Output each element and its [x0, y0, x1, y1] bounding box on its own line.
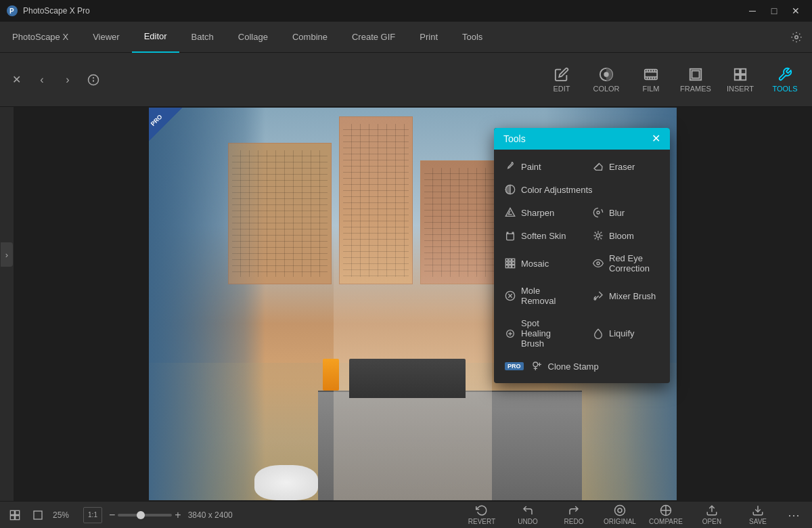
compare-button[interactable]: COMPARE	[644, 503, 687, 527]
frames-label: FRAMES	[680, 85, 711, 93]
undo-button[interactable]: UNDO	[506, 503, 549, 527]
tool-edit-button[interactable]: EDIT	[541, 57, 582, 103]
tool-mole-removal[interactable]: Mole Removal	[494, 280, 582, 312]
left-curtain	[149, 108, 265, 500]
menu-item-tools[interactable]: Tools	[450, 22, 495, 53]
tool-soften-skin[interactable]: Soften Skin	[494, 224, 582, 247]
canvas-area[interactable]: PRO Tools ✕ Paint	[14, 107, 812, 501]
mixer-brush-icon	[593, 290, 604, 301]
zoom-plus-button[interactable]: +	[175, 509, 181, 521]
tool-liquify[interactable]: Liquify	[582, 312, 670, 355]
menu-item-combine[interactable]: Combine	[280, 22, 340, 53]
edit-icon	[554, 67, 569, 82]
info-button[interactable]	[84, 70, 103, 89]
close-button[interactable]: ✕	[786, 4, 805, 18]
app-title: PhotoScape X Pro	[23, 6, 90, 16]
menu-item-create-gif[interactable]: Create GIF	[340, 22, 407, 53]
svg-point-59	[615, 506, 625, 516]
redo-button[interactable]: REDO	[552, 503, 595, 527]
main-area: ›	[0, 107, 812, 501]
tools-popup-close-button[interactable]: ✕	[652, 133, 660, 144]
frames-icon	[688, 67, 703, 82]
original-icon	[614, 504, 626, 516]
tool-mixer-brush[interactable]: Mixer Brush	[582, 280, 670, 312]
svg-rect-41	[505, 262, 508, 264]
color-label: COLOR	[593, 85, 619, 93]
save-icon	[752, 504, 764, 516]
svg-rect-57	[16, 515, 20, 519]
mosaic-label: Mosaic	[521, 259, 549, 269]
mixer-brush-label: Mixer Brush	[609, 291, 656, 301]
next-photo-button[interactable]: ›	[58, 70, 77, 89]
tool-spot-healing-brush[interactable]: Spot Healing Brush	[494, 312, 582, 355]
svg-rect-42	[509, 262, 511, 264]
more-options-button[interactable]: ⋯	[782, 508, 805, 523]
settings-button[interactable]	[781, 22, 812, 53]
expand-panel-button[interactable]: ›	[1, 242, 13, 267]
menu-item-photoscape-x[interactable]: PhotoScape X	[0, 22, 81, 53]
redo-icon	[568, 504, 580, 516]
svg-line-32	[595, 232, 596, 234]
minimize-button[interactable]: ─	[743, 4, 762, 18]
tool-clone-stamp[interactable]: PRO Clone Stamp	[494, 355, 670, 378]
tool-sharpen[interactable]: Sharpen	[494, 201, 582, 224]
redo-label: REDO	[564, 518, 584, 525]
grid-view-button[interactable]	[7, 507, 23, 523]
bloom-icon	[593, 230, 604, 241]
revert-button[interactable]: REVERT	[460, 503, 503, 527]
close-photo-button[interactable]: ✕	[7, 70, 26, 89]
revert-label: REVERT	[468, 518, 495, 525]
tool-eraser[interactable]: Eraser	[582, 155, 670, 178]
menu-item-print[interactable]: Print	[407, 22, 450, 53]
previous-photo-button[interactable]: ‹	[32, 70, 51, 89]
svg-rect-39	[509, 259, 511, 261]
svg-rect-8	[645, 69, 657, 79]
frame-view-button[interactable]	[30, 507, 46, 523]
svg-text:P: P	[9, 7, 14, 15]
open-icon	[706, 504, 718, 516]
maximize-button[interactable]: □	[765, 4, 784, 18]
original-button[interactable]: ORIGINAL	[598, 503, 641, 527]
liquify-label: Liquify	[609, 328, 635, 338]
svg-rect-24	[741, 74, 746, 79]
tool-color-button[interactable]: COLOR	[586, 57, 627, 103]
zoom-thumb	[137, 511, 145, 519]
undo-icon	[522, 504, 534, 516]
tools-grid: Paint Eraser	[494, 155, 670, 378]
revert-icon	[476, 504, 488, 516]
save-button[interactable]: SAVE	[736, 503, 780, 527]
spot-healing-icon	[505, 328, 516, 339]
tool-mosaic[interactable]: Mosaic	[494, 247, 582, 280]
tool-insert-button[interactable]: INSERT	[720, 57, 761, 103]
tool-tools-button[interactable]: TOOLS	[765, 57, 805, 103]
color-adjustments-label: Color Adjustments	[521, 185, 593, 195]
zoom-slider[interactable]	[118, 514, 172, 516]
menu-item-editor[interactable]: Editor	[132, 22, 179, 53]
tool-bloom[interactable]: Bloom	[582, 224, 670, 247]
svg-point-47	[597, 262, 600, 265]
menu-item-collage[interactable]: Collage	[226, 22, 280, 53]
tool-frames-button[interactable]: FRAMES	[675, 57, 716, 103]
zoom-minus-button[interactable]: −	[109, 509, 115, 521]
tool-blur[interactable]: Blur	[582, 201, 670, 224]
svg-rect-38	[505, 259, 508, 261]
svg-rect-55	[16, 510, 20, 514]
sharpen-icon	[505, 207, 516, 218]
svg-line-36	[595, 238, 596, 239]
paint-icon	[505, 161, 516, 172]
actual-size-button[interactable]: 1:1	[83, 507, 102, 523]
svg-rect-46	[512, 265, 515, 268]
original-label: ORIGINAL	[604, 518, 636, 525]
menu-item-batch[interactable]: Batch	[179, 22, 226, 53]
tool-film-button[interactable]: FILM	[631, 57, 671, 103]
tool-paint[interactable]: Paint	[494, 155, 582, 178]
svg-point-28	[597, 211, 600, 214]
grid-icon	[9, 510, 20, 521]
soften-skin-icon	[505, 230, 516, 241]
menu-item-viewer[interactable]: Viewer	[81, 22, 132, 53]
open-button[interactable]: OPEN	[690, 503, 734, 527]
tool-color-adjustments[interactable]: Color Adjustments	[494, 178, 670, 201]
compare-icon	[660, 504, 672, 516]
tool-red-eye-correction[interactable]: Red Eye Correction	[582, 247, 670, 280]
titlebar: P PhotoScape X Pro ─ □ ✕	[0, 0, 812, 22]
